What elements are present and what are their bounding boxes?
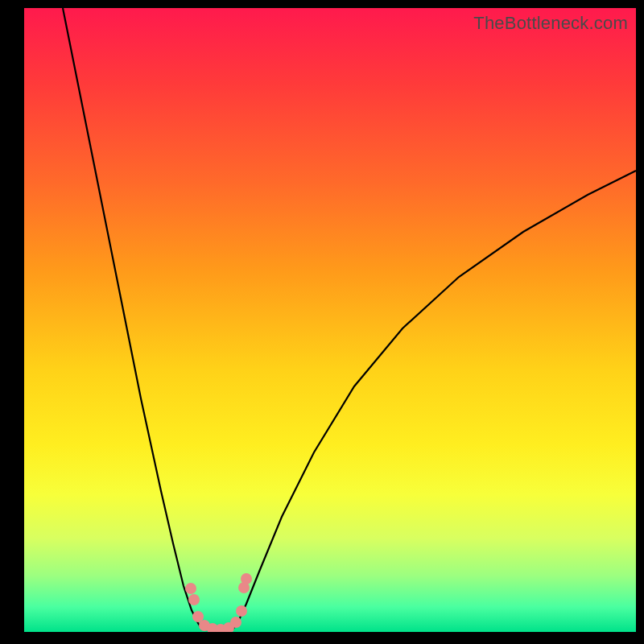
marker-group — [185, 573, 252, 632]
chart-frame: TheBottleneck.com — [0, 0, 644, 644]
marker-dot — [236, 605, 247, 617]
marker-dot — [185, 583, 196, 594]
chart-svg — [24, 8, 636, 632]
marker-dot — [230, 617, 242, 628]
marker-dot — [241, 573, 252, 584]
marker-dot — [188, 594, 200, 605]
right-curve — [233, 171, 636, 630]
left-curve — [63, 8, 202, 630]
plot-area: TheBottleneck.com — [24, 8, 636, 632]
